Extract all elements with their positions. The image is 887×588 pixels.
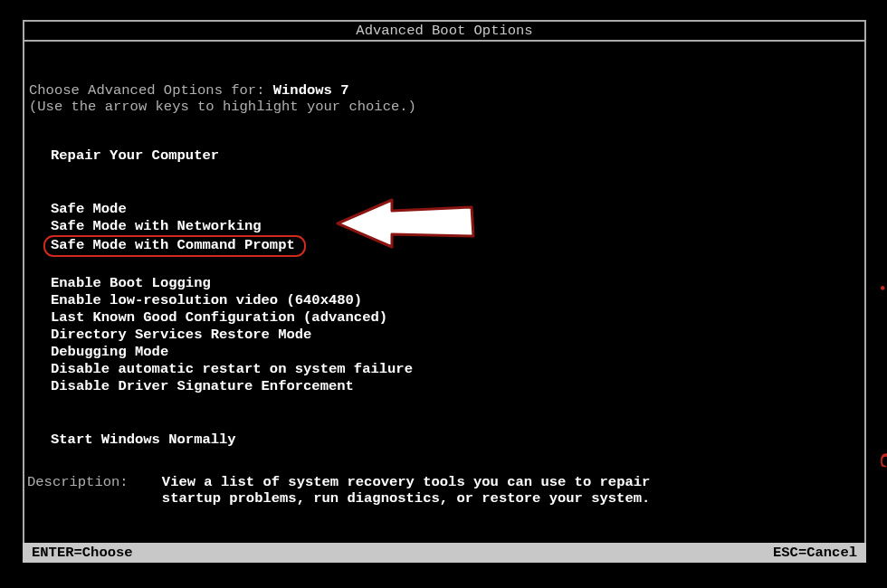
choose-os-line: Choose Advanced Options for: Windows 7 <box>29 82 864 99</box>
choose-prefix: Choose Advanced Options for: <box>29 82 273 99</box>
footer-esc: ESC=Cancel <box>773 545 857 561</box>
menu-repair-computer[interactable]: Repair Your Computer <box>47 147 223 165</box>
description-line2: startup problems, run diagnostics, or re… <box>162 490 651 507</box>
menu-directory-services-restore[interactable]: Directory Services Restore Mode <box>47 327 315 344</box>
footer-enter: ENTER=Choose <box>32 545 133 561</box>
menu-debugging-mode[interactable]: Debugging Mode <box>47 344 172 361</box>
description-label: Description: <box>27 474 129 490</box>
menu-last-known-good[interactable]: Last Known Good Configuration (advanced) <box>47 309 391 327</box>
menu-enable-boot-logging[interactable]: Enable Boot Logging <box>47 275 215 292</box>
menu-start-normally[interactable]: Start Windows Normally <box>47 432 240 449</box>
footer-bar: ENTER=Choose ESC=Cancel <box>23 543 866 563</box>
panel-title: Advanced Boot Options <box>24 22 864 42</box>
watermark-text: 2-remove-virus.com <box>871 160 887 472</box>
description-block: Description: View a list of system recov… <box>27 474 650 507</box>
os-name: Windows 7 <box>273 82 349 99</box>
menu-safe-mode-networking[interactable]: Safe Mode with Networking <box>47 218 265 235</box>
menu-safe-mode-command-prompt[interactable]: Safe Mode with Command Prompt <box>43 235 306 257</box>
options-list: Repair Your Computer Safe Mode Safe Mode… <box>51 147 864 449</box>
hint-line: (Use the arrow keys to highlight your ch… <box>29 99 864 115</box>
description-line1: View a list of system recovery tools you… <box>162 474 651 490</box>
menu-disable-auto-restart[interactable]: Disable automatic restart on system fail… <box>47 361 416 378</box>
menu-low-res-video[interactable]: Enable low-resolution video (640x480) <box>47 292 366 309</box>
menu-disable-driver-sig[interactable]: Disable Driver Signature Enforcement <box>47 378 358 395</box>
menu-safe-mode[interactable]: Safe Mode <box>47 201 130 218</box>
panel-body: Choose Advanced Options for: Windows 7 (… <box>24 42 864 449</box>
